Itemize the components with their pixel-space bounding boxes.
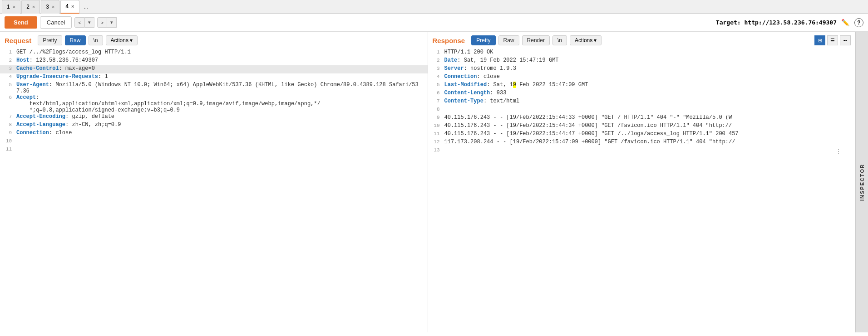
target-url: Target: http://123.58.236.76:49307: [716, 19, 837, 26]
response-line-4: 4 Connection: close: [428, 73, 856, 82]
main-content: Request Pretty Raw \n Actions ▾ 1 GET /.…: [0, 32, 868, 332]
tab-1-label: 1: [7, 4, 10, 10]
resize-handle[interactable]: ⋮: [835, 147, 842, 156]
request-line-11: 11: [0, 146, 428, 154]
tab-3-close[interactable]: ×: [52, 4, 54, 10]
request-line-8: 8 Accept-Language: zh-CN, zh;q=0.9: [0, 122, 428, 130]
nav-group-back: < ▾: [74, 17, 94, 28]
response-actions-label: Actions: [575, 37, 592, 44]
tab-3[interactable]: 3 ×: [41, 0, 59, 14]
request-title: Request: [5, 37, 31, 44]
request-line-1: 1 GET /../%2Flogs/access_log HTTP/1.1: [0, 49, 428, 57]
response-header: Response Pretty Raw Render \n Actions ▾ …: [428, 32, 856, 47]
request-actions-label: Actions: [111, 37, 128, 44]
request-tab-pretty[interactable]: Pretty: [38, 35, 62, 45]
tab-2-label: 2: [26, 4, 30, 10]
response-line-7: 7 Content-Type: text/html: [428, 98, 856, 106]
request-line-4: 4 Upgrade-Insecure-Requests: 1: [0, 73, 428, 82]
request-line-6: 6 Accept: text/html,application/xhtml+xm…: [0, 94, 428, 113]
view-compact-icon: ▪▪: [843, 38, 847, 43]
request-line-10: 10: [0, 138, 428, 146]
response-title: Response: [433, 37, 465, 44]
request-header: Request Pretty Raw \n Actions ▾: [0, 32, 428, 47]
tabs-bar: 1 × 2 × 3 × 4 × ...: [0, 0, 868, 14]
view-list-icon: ☰: [830, 38, 835, 44]
request-actions-chevron-icon: ▾: [130, 37, 133, 44]
view-compact-button[interactable]: ▪▪: [840, 35, 851, 45]
response-line-10: 10 40.115.176.243 - - [19/Feb/2022:15:44…: [428, 122, 856, 131]
toolbar-right: Target: http://123.58.236.76:49307 ✏️ ?: [716, 18, 863, 27]
response-code-area[interactable]: 1 HTTP/1.1 200 OK 2 Date: Sat, 19 Feb 20…: [428, 47, 856, 332]
tab-2-close[interactable]: ×: [32, 4, 35, 10]
inspector-label: INSPECTOR: [859, 164, 865, 201]
request-panel: Request Pretty Raw \n Actions ▾ 1 GET /.…: [0, 32, 428, 332]
response-line-3: 3 Server: nostromo 1.9.3: [428, 65, 856, 73]
nav-group-forward: > ▾: [97, 17, 117, 28]
tab-2[interactable]: 2 ×: [21, 0, 40, 14]
inspector-sidebar[interactable]: INSPECTOR: [855, 32, 868, 332]
response-panel: Response Pretty Raw Render \n Actions ▾ …: [428, 32, 856, 332]
response-actions-button[interactable]: Actions ▾: [570, 35, 602, 45]
response-tab-newline[interactable]: \n: [552, 35, 567, 45]
request-line-5: 5 User-Agent: Mozilla/5.0 (Windows NT 10…: [0, 82, 428, 94]
response-tab-pretty[interactable]: Pretty: [471, 35, 495, 45]
response-line-2: 2 Date: Sat, 19 Feb 2022 15:47:19 GMT: [428, 57, 856, 65]
request-line-3: 3 Cache-Control: max-age=0: [0, 65, 428, 73]
nav-back-button[interactable]: <: [74, 17, 84, 28]
request-line-9: 9 Connection: close: [0, 130, 428, 138]
tab-4-label: 4: [65, 3, 69, 10]
tab-3-label: 3: [46, 4, 49, 10]
tab-4[interactable]: 4 ×: [60, 0, 79, 14]
response-line-9: 9 40.115.176.243 - - [19/Feb/2022:15:44:…: [428, 114, 856, 122]
nav-forward-down-button[interactable]: ▾: [107, 17, 117, 28]
view-split-icon: ⊞: [818, 38, 822, 44]
tab-1-close[interactable]: ×: [13, 4, 15, 10]
response-line-1: 1 HTTP/1.1 200 OK: [428, 49, 856, 57]
tab-more[interactable]: ...: [80, 4, 92, 10]
request-actions-button[interactable]: Actions ▾: [106, 35, 138, 45]
nav-forward-button[interactable]: >: [97, 17, 107, 28]
response-view-buttons: ⊞ ☰ ▪▪: [814, 35, 851, 45]
send-button[interactable]: Send: [5, 16, 37, 29]
request-code-area[interactable]: 1 GET /../%2Flogs/access_log HTTP/1.1 2 …: [0, 47, 428, 332]
response-line-12: 12 117.173.208.244 - - [19/Feb/2022:15:4…: [428, 139, 856, 147]
response-line-6: 6 Content-Length: 933: [428, 90, 856, 98]
response-header-left: Response Pretty Raw Render \n Actions ▾: [433, 35, 602, 45]
response-actions-chevron-icon: ▾: [594, 37, 597, 44]
request-line-2: 2 Host: 123.58.236.76:49307: [0, 57, 428, 65]
response-line-8: 8: [428, 106, 856, 114]
help-icon[interactable]: ?: [854, 18, 863, 27]
nav-back-down-button[interactable]: ▾: [85, 17, 94, 28]
view-list-button[interactable]: ☰: [827, 35, 838, 45]
toolbar: Send Cancel < ▾ > ▾ Target: http://123.5…: [0, 14, 868, 32]
response-tab-render[interactable]: Render: [522, 35, 550, 45]
response-line-13: 13 ⋮: [428, 147, 856, 155]
tab-4-close[interactable]: ×: [71, 4, 74, 9]
toolbar-left: Send Cancel < ▾ > ▾: [5, 16, 117, 29]
request-tab-newline[interactable]: \n: [89, 35, 103, 45]
view-split-button[interactable]: ⊞: [814, 35, 825, 45]
tab-1[interactable]: 1 ×: [2, 0, 20, 14]
response-tab-raw[interactable]: Raw: [498, 35, 519, 45]
response-line-5: 5 Last-Modified: Sat, 19 Feb 2022 15:47:…: [428, 82, 856, 90]
request-line-7: 7 Accept-Encoding: gzip, deflate: [0, 113, 428, 122]
request-tab-raw[interactable]: Raw: [65, 35, 86, 45]
cancel-button[interactable]: Cancel: [40, 16, 72, 29]
edit-icon[interactable]: ✏️: [841, 19, 850, 27]
response-line-11: 11 40.115.176.243 - - [19/Feb/2022:15:44…: [428, 131, 856, 139]
